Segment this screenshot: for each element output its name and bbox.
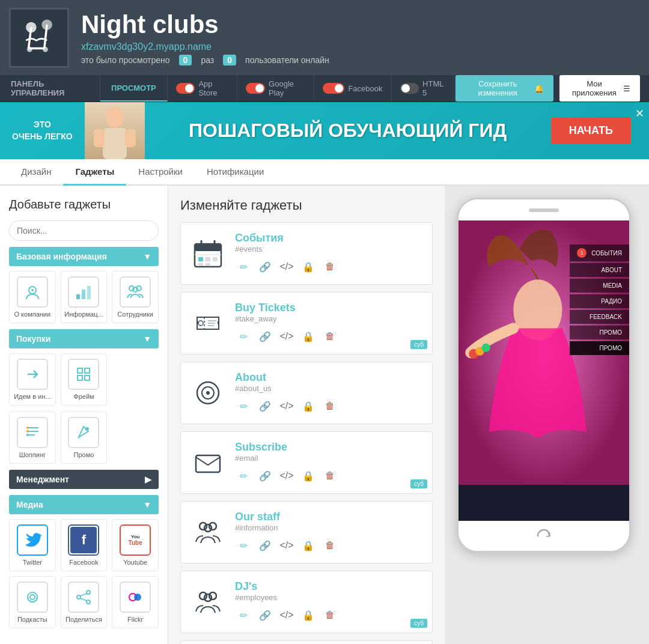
- edit-icon[interactable]: ✏: [235, 537, 252, 554]
- delete-icon[interactable]: 🗑: [321, 537, 338, 554]
- gadget-info[interactable]: Информац...: [61, 271, 108, 323]
- delete-icon[interactable]: 🗑: [321, 258, 338, 275]
- lock-icon[interactable]: 🔒: [300, 537, 317, 554]
- phone-menu-item-events[interactable]: 1 СОБЫТИЯ: [570, 245, 629, 261]
- app-url[interactable]: xfzavmv3dg30y2.myapp.name: [81, 41, 329, 52]
- link-icon[interactable]: 🔗: [257, 467, 273, 484]
- appstore-label: App Store: [198, 79, 228, 97]
- gadget-shopping[interactable]: Шоппинг: [9, 412, 56, 464]
- gadget-frame[interactable]: Фрейм: [61, 353, 108, 406]
- widget-tag: суб: [410, 479, 427, 488]
- code-icon[interactable]: </>: [278, 328, 295, 345]
- tab-notifications[interactable]: Нотификации: [195, 159, 276, 186]
- code-icon[interactable]: </>: [278, 398, 295, 415]
- edit-icon[interactable]: ✏: [235, 398, 252, 415]
- lock-icon[interactable]: 🔒: [300, 607, 317, 624]
- code-icon[interactable]: </>: [278, 467, 295, 484]
- tab-design[interactable]: Дизайн: [9, 159, 63, 186]
- code-icon[interactable]: </>: [278, 258, 295, 275]
- header-info: Night clubs xfzavmv3dg30y2.myapp.name эт…: [81, 10, 329, 65]
- code-icon[interactable]: </>: [278, 537, 295, 554]
- widget-tag: суб: [410, 619, 427, 628]
- phone-menu-item-promo2[interactable]: ПРОМО: [570, 341, 629, 355]
- link-icon[interactable]: 🔗: [257, 607, 273, 624]
- widget-events-actions: ✏ 🔗 </> 🔒 🗑: [235, 258, 423, 275]
- refresh-icon[interactable]: [535, 527, 553, 545]
- phone-menu-item-radio[interactable]: РАДИО: [570, 294, 629, 308]
- gadget-facebook[interactable]: f Facebook: [61, 519, 108, 571]
- banner-close-button[interactable]: ✕: [635, 107, 644, 120]
- save-button[interactable]: Сохранить изменения 🔔: [456, 75, 553, 102]
- svg-point-28: [26, 434, 29, 436]
- gadget-youtube[interactable]: You Tube Youtube: [112, 519, 159, 571]
- code-icon[interactable]: </>: [278, 607, 295, 624]
- edit-icon[interactable]: ✏: [235, 607, 252, 624]
- gadget-podcast[interactable]: Подкасты: [9, 576, 56, 628]
- googleplay-toggle[interactable]: [246, 83, 265, 94]
- svg-point-26: [26, 427, 29, 429]
- edit-icon[interactable]: ✏: [235, 258, 252, 275]
- svg-point-34: [87, 600, 90, 604]
- lock-icon[interactable]: 🔒: [300, 398, 317, 415]
- lock-icon[interactable]: 🔒: [300, 328, 317, 345]
- svg-rect-40: [195, 244, 221, 251]
- gadget-promo[interactable]: Промо: [61, 412, 108, 464]
- banner-start-button[interactable]: НАЧАТЬ: [551, 117, 631, 144]
- svg-rect-8: [103, 128, 127, 159]
- lock-icon[interactable]: 🔒: [300, 258, 317, 275]
- gadget-share[interactable]: Поделиться: [61, 576, 108, 628]
- widget-tickets-actions: ✏ 🔗 </> 🔒 🗑: [235, 328, 423, 345]
- facebook-toggle[interactable]: [323, 83, 344, 94]
- gadget-flickr[interactable]: Flickr: [112, 576, 159, 628]
- edit-icon[interactable]: ✏: [235, 467, 252, 484]
- phone-frame: 1 СОБЫТИЯ ABOUT MEDIA РАДИО FEEDBACK ПРО…: [457, 198, 631, 553]
- delete-icon[interactable]: 🗑: [321, 398, 338, 415]
- main-layout: Добавьте гаджеты Базовая информация ▼ О …: [0, 186, 649, 644]
- html5-toggle[interactable]: [400, 83, 419, 94]
- phone-menu-item-promo1[interactable]: ПРОМО: [570, 326, 629, 339]
- banner-left-text: ЭТООЧЕНЬ ЛЕГКО: [0, 110, 85, 151]
- gadget-go-to[interactable]: Идем в ин...: [9, 353, 56, 406]
- tab-settings[interactable]: Настройки: [126, 159, 195, 186]
- link-icon[interactable]: 🔗: [257, 258, 273, 275]
- gadget-twitter[interactable]: Twitter: [9, 519, 56, 571]
- nav-html5[interactable]: HTML 5: [392, 75, 456, 102]
- nav-preview[interactable]: ПРОСМОТР: [100, 75, 168, 102]
- delete-icon[interactable]: 🗑: [321, 328, 338, 345]
- googleplay-label: Google Play: [269, 79, 305, 97]
- edit-icon[interactable]: ✏: [235, 328, 252, 345]
- chevron-down-icon: ▼: [143, 252, 151, 261]
- phone-menu-item-media[interactable]: MEDIA: [570, 279, 629, 293]
- svg-point-31: [30, 595, 35, 600]
- gadget-about-company[interactable]: О компании: [9, 271, 56, 323]
- category-purchases[interactable]: Покупки ▼: [9, 329, 159, 348]
- category-basic-info[interactable]: Базовая информация ▼: [9, 247, 159, 266]
- nav-googleplay[interactable]: Google Play: [237, 75, 314, 102]
- widget-djs-name: DJ's: [235, 580, 423, 593]
- link-icon[interactable]: 🔗: [257, 398, 273, 415]
- nav-facebook[interactable]: Facebook: [314, 75, 391, 102]
- appstore-toggle[interactable]: [176, 83, 195, 94]
- views-count: 0: [179, 55, 192, 65]
- delete-icon[interactable]: 🗑: [321, 467, 338, 484]
- purchases-grid: Идем в ин... Фрейм: [9, 353, 159, 406]
- category-management[interactable]: Менеджмент ▶: [9, 470, 159, 489]
- widget-tag: суб: [410, 340, 427, 349]
- phone-menu-item-about[interactable]: ABOUT: [570, 263, 629, 277]
- link-icon[interactable]: 🔗: [257, 537, 273, 554]
- my-apps-button[interactable]: Мои приложения ☰: [559, 75, 640, 102]
- app-title: Night clubs: [81, 10, 329, 39]
- gadget-search-input[interactable]: [9, 220, 159, 241]
- phone-menu-item-feedback[interactable]: FEEDBACK: [570, 310, 629, 324]
- link-icon[interactable]: 🔗: [257, 328, 273, 345]
- nav-appstore[interactable]: App Store: [168, 75, 238, 102]
- nav-panel[interactable]: ПАНЕЛЬ УПРАВЛЕНИЯ: [0, 75, 100, 102]
- lock-icon[interactable]: 🔒: [300, 467, 317, 484]
- delete-icon[interactable]: 🗑: [321, 607, 338, 624]
- widget-tickets-name: Buy Tickets: [235, 302, 423, 314]
- gadget-employees[interactable]: Сотрудники: [112, 271, 159, 323]
- tab-gadgets[interactable]: Гаджеты: [63, 159, 126, 186]
- banner-main-text: ПОШАГОВЫЙ ОБУЧАЮЩИЙ ГИД: [145, 120, 551, 142]
- category-media[interactable]: Медиа ▼: [9, 495, 159, 514]
- widget-buy-tickets: Buy Tickets #take_away ✏ 🔗 </> 🔒 🗑 суб: [180, 292, 433, 354]
